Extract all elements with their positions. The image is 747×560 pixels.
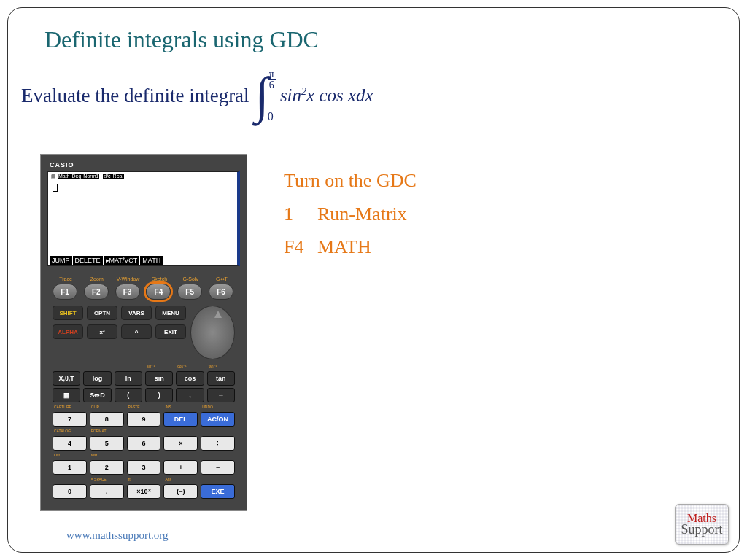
integral-symbol: ∫: [255, 66, 269, 125]
dpad[interactable]: [190, 306, 235, 359]
tan-key[interactable]: tan: [207, 371, 235, 386]
rparen-key[interactable]: ): [145, 388, 173, 402]
problem-statement: Evaluate the definite integral ∫ π 6 0 s…: [8, 53, 739, 125]
screen-status: ▤ MathDegNorm1 d/cReal: [48, 172, 237, 181]
calc-brand: CASIO: [50, 161, 242, 168]
sin-key[interactable]: sin: [145, 371, 173, 386]
log-key[interactable]: log: [83, 371, 111, 386]
exe-key[interactable]: EXE: [201, 484, 235, 499]
optn-key[interactable]: OPTN: [87, 306, 117, 320]
calculator: CASIO ▤ MathDegNorm1 d/cReal JUMPDELETE▸…: [40, 154, 247, 511]
neg-key[interactable]: (−): [163, 484, 198, 499]
ac-key[interactable]: AC/ON: [201, 412, 235, 427]
integrand: sin2x cos xdx: [280, 85, 374, 106]
footer-url: www.mathssupport.org: [66, 529, 169, 542]
f6-key[interactable]: G⇔TF6: [209, 276, 235, 300]
step-1: 1Run-Matrix: [284, 199, 417, 230]
frac-key[interactable]: ▦: [53, 388, 80, 402]
page-title: Definite integrals using GDC: [8, 8, 739, 53]
f4-key[interactable]: SketchF4: [146, 276, 172, 300]
f1-key[interactable]: TraceF1: [53, 276, 79, 300]
pow-key[interactable]: ^: [121, 324, 152, 339]
key-6[interactable]: 6: [127, 436, 161, 451]
del-key[interactable]: DEL: [163, 412, 198, 427]
alpha-key[interactable]: ALPHA: [53, 324, 83, 339]
x2-key[interactable]: x²: [87, 324, 117, 339]
menu-key[interactable]: MENU: [155, 306, 186, 320]
function-keys: TraceF1 ZoomF2 V-WindowF3 SketchF4 G-Sol…: [45, 266, 242, 304]
cos-key[interactable]: cos: [176, 371, 204, 386]
key-9[interactable]: 9: [127, 412, 161, 427]
key-2[interactable]: 2: [90, 460, 124, 475]
multiply-key[interactable]: ×: [163, 436, 198, 451]
minus-key[interactable]: −: [201, 460, 235, 475]
comma-key[interactable]: ,: [176, 388, 204, 402]
xthetat-key[interactable]: X,θ,T: [53, 371, 80, 386]
integrand-rest: x cos xdx: [306, 85, 374, 105]
upper-denominator: 6: [269, 80, 274, 90]
integrand-exponent: 2: [301, 86, 306, 97]
screen-menu: JUMPDELETE▸MAT/VCTMATH: [50, 256, 163, 265]
ln-key[interactable]: ln: [115, 371, 142, 386]
cursor-icon: [53, 184, 58, 192]
control-row: SHIFTOPTNVARSMENU ALPHAx²^EXIT: [45, 304, 242, 361]
vars-key[interactable]: VARS: [121, 306, 152, 320]
integrand-sin: sin: [280, 85, 301, 105]
logo: Maths Support: [675, 504, 729, 545]
integral-expression: ∫ π 6 0 sin2x cos xdx: [254, 66, 374, 125]
instruction-steps: Turn on the GDC 1Run-Matrix F4MATH: [284, 166, 417, 262]
f5-key[interactable]: G-SolvF5: [177, 276, 204, 300]
f2-key[interactable]: ZoomF2: [84, 276, 110, 300]
dot-key[interactable]: .: [90, 484, 124, 499]
divide-key[interactable]: ÷: [201, 436, 235, 451]
key-5[interactable]: 5: [90, 436, 124, 451]
plus-key[interactable]: +: [163, 460, 198, 475]
sd-key[interactable]: S⇔D: [83, 388, 111, 402]
exit-key[interactable]: EXIT: [155, 324, 186, 339]
calc-screen: ▤ MathDegNorm1 d/cReal JUMPDELETE▸MAT/VC…: [47, 171, 240, 266]
keypad: sin⁻¹cos⁻¹tan⁻¹ X,θ,Tloglnsincostan ▦S⇔D…: [45, 361, 242, 502]
shift-key[interactable]: SHIFT: [53, 306, 83, 320]
key-1[interactable]: 1: [53, 460, 87, 475]
step-2: F4MATH: [284, 232, 417, 262]
key-8[interactable]: 8: [90, 412, 124, 427]
f3-key[interactable]: V-WindowF3: [115, 276, 142, 300]
arrow-key[interactable]: →: [207, 388, 235, 402]
key-3[interactable]: 3: [127, 460, 161, 475]
lparen-key[interactable]: (: [115, 388, 142, 402]
step-title: Turn on the GDC: [284, 166, 417, 196]
key-7[interactable]: 7: [53, 412, 87, 427]
logo-line2: Support: [681, 524, 722, 535]
problem-text: Evaluate the definite integral: [21, 85, 249, 107]
key-0[interactable]: 0: [53, 484, 87, 499]
exp-key[interactable]: ×10ˣ: [127, 484, 161, 499]
key-4[interactable]: 4: [53, 436, 87, 451]
